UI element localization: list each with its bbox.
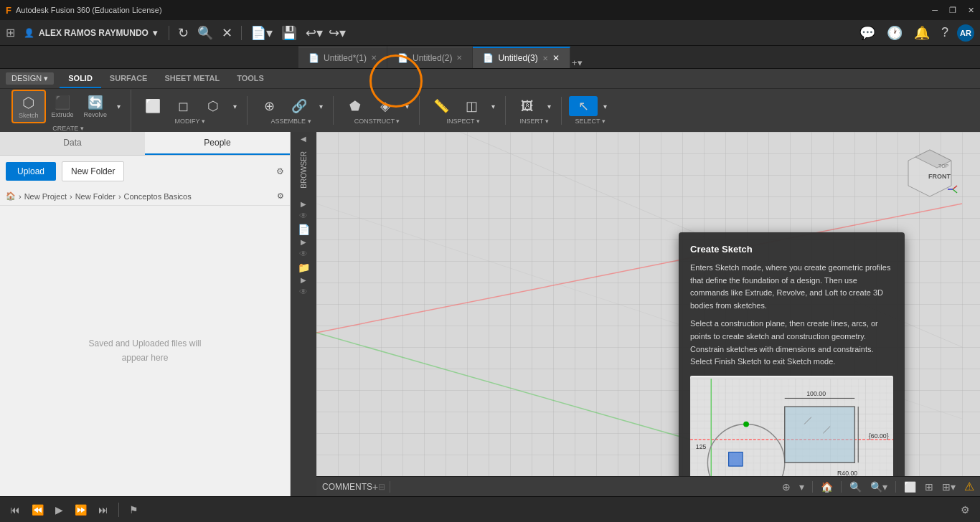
viewport[interactable]: Create Sketch Enters Sketch mode, where … <box>316 132 980 476</box>
breadcrumb-conceptos[interactable]: Conceptos Basicos <box>124 192 192 201</box>
history-button[interactable]: 🕐 <box>884 24 905 42</box>
browser-label[interactable]: BROWSER <box>300 146 308 194</box>
grid-button[interactable]: ⊞ <box>922 480 936 494</box>
home-view-button[interactable]: 🏠 <box>818 480 836 494</box>
timeline-play-button[interactable]: ▶ <box>51 503 67 517</box>
browser-tree-arrow-3[interactable]: ▶ <box>301 276 306 284</box>
new-tab-button[interactable]: + <box>572 57 578 68</box>
minimize-button[interactable]: ─ <box>932 6 938 14</box>
section-analysis-button[interactable]: ◫ <box>457 96 486 116</box>
more-construct-button[interactable]: ▾ <box>401 100 413 113</box>
browser-tree-arrow-2[interactable]: ▶ <box>301 238 306 246</box>
fillet-button[interactable]: ◻ <box>169 96 197 116</box>
file-menu-button[interactable]: 📄▾ <box>248 24 275 42</box>
tab-list-button[interactable]: ▾ <box>578 57 583 68</box>
create-sketch-button[interactable]: ⬡ Sketch <box>11 90 46 123</box>
warning-icon[interactable]: ⚠ <box>964 480 974 493</box>
home-icon[interactable]: 🏠 <box>6 191 16 201</box>
browser-eye-icon[interactable]: 👁 <box>299 211 308 221</box>
tab-close-icon[interactable]: ✕ <box>552 53 560 63</box>
tab-untitled3[interactable]: 📄 Untitled(3) ✕ ✕ <box>473 47 570 68</box>
redo-button[interactable]: ↪▾ <box>326 24 349 42</box>
tools-tab[interactable]: TOOLS <box>228 69 273 88</box>
left-panel-actions: Upload New Folder ⚙ <box>0 156 290 187</box>
environment-button[interactable]: ⊞▾ <box>939 480 958 494</box>
press-pull-button[interactable]: ⬜ <box>138 96 167 116</box>
new-component-button[interactable]: ⊕ <box>255 96 283 116</box>
tab-untitled2[interactable]: 📄 Untitled(2) ✕ <box>387 47 473 68</box>
more-insert-button[interactable]: ▾ <box>543 100 555 113</box>
timeline-rewind-button[interactable]: ⏮ <box>6 503 24 517</box>
more-select-button[interactable]: ▾ <box>599 100 611 113</box>
more-inspect-button[interactable]: ▾ <box>487 100 499 113</box>
viewcube[interactable]: FRONT TOP <box>901 146 958 204</box>
refresh-button[interactable]: ↻ <box>175 24 192 42</box>
data-tab[interactable]: Data <box>0 132 145 155</box>
browser-eye-icon-2[interactable]: 👁 <box>299 249 308 259</box>
more-assemble-button[interactable]: ▾ <box>315 100 327 113</box>
timeline-end-button[interactable]: ⏭ <box>94 503 113 517</box>
avatar[interactable]: AR <box>957 24 974 42</box>
save-button[interactable]: 💾 <box>278 24 300 42</box>
inspect-group-items: 📏 ◫ ▾ <box>427 96 499 116</box>
browser-collapse-icon[interactable]: ◀ <box>301 135 306 143</box>
new-folder-button[interactable]: New Folder <box>62 161 124 181</box>
design-menu-button[interactable]: DESIGN ▾ <box>6 72 54 85</box>
svg-line-27 <box>953 186 957 189</box>
browser-header-row: ◀ <box>291 132 316 146</box>
tab-close-1[interactable]: ✕ <box>371 54 377 62</box>
add-comment-button[interactable]: + <box>372 481 378 493</box>
timeline-next-button[interactable]: ⏩ <box>70 503 91 517</box>
tab-close-3[interactable]: ✕ <box>542 54 548 62</box>
close-button[interactable]: ✕ <box>968 6 974 15</box>
sheet-metal-tab[interactable]: SHEET METAL <box>156 69 228 88</box>
display-mode-button[interactable]: ⬜ <box>901 480 919 494</box>
create-group: ⬡ Sketch ⬛ Extrude 🔄 Revolve ▾ CREATE ▾ <box>6 90 131 132</box>
browser-doc-icon[interactable]: 📄 <box>298 224 310 235</box>
offset-plane-button[interactable]: ⬟ <box>341 96 369 116</box>
plane-angle-button[interactable]: ◈ <box>371 96 400 116</box>
surface-tab[interactable]: SURFACE <box>101 69 156 88</box>
insert-mesh-button[interactable]: 🖼 <box>513 97 542 116</box>
app-grid-icon[interactable]: ⊞ <box>6 26 15 39</box>
measure-button[interactable]: 📏 <box>427 96 456 116</box>
upload-button[interactable]: Upload <box>6 162 56 181</box>
search-button[interactable]: 🔍 <box>194 24 216 42</box>
revolve-button[interactable]: 🔄 Revolve <box>80 92 112 120</box>
people-tab[interactable]: People <box>145 132 290 155</box>
pan-button[interactable]: ⊕ <box>779 480 793 494</box>
settings-icon[interactable]: ⚙ <box>276 166 284 176</box>
svg-text:FRONT: FRONT <box>928 173 951 180</box>
timeline-filter-button[interactable]: ⚑ <box>125 503 143 517</box>
user-dropdown-icon[interactable]: ▾ <box>153 28 157 38</box>
more-create-button[interactable]: ▾ <box>113 100 125 113</box>
select-button[interactable]: ↖ <box>569 96 598 116</box>
restore-button[interactable]: ❐ <box>949 6 956 15</box>
inspect-group: 📏 ◫ ▾ INSPECT ▾ <box>421 96 506 125</box>
browser-folder-icon[interactable]: 📁 <box>298 262 310 273</box>
tab-untitled1[interactable]: 📄 Untitled*(1) ✕ <box>298 47 387 68</box>
help-button[interactable]: ? <box>938 24 951 42</box>
user-section[interactable]: 👤 ALEX RAMOS RAYMUNDO ▾ <box>18 28 163 38</box>
timeline-settings-button[interactable]: ⚙ <box>956 503 974 517</box>
shell-button[interactable]: ⬡ <box>199 96 227 116</box>
timeline-prev-button[interactable]: ⏪ <box>27 503 48 517</box>
breadcrumb-new-folder[interactable]: New Folder <box>75 192 116 201</box>
breadcrumb-new-project[interactable]: New Project <box>24 192 67 201</box>
notification-button[interactable]: 🔔 <box>911 24 933 42</box>
orbit-button[interactable]: ▾ <box>796 480 807 494</box>
extrude-button[interactable]: ⬛ Extrude <box>47 92 78 120</box>
browser-tree-arrow-1[interactable]: ▶ <box>301 200 306 208</box>
browser-eye-icon-3[interactable]: 👁 <box>299 287 308 297</box>
comment-button[interactable]: 💬 <box>857 24 878 42</box>
undo-button[interactable]: ↩▾ <box>303 24 326 42</box>
zoom-button[interactable]: 🔍 <box>847 480 864 494</box>
more-modify-button[interactable]: ▾ <box>229 100 241 113</box>
joint-button[interactable]: 🔗 <box>285 96 314 116</box>
tab-close-2[interactable]: ✕ <box>456 54 462 62</box>
expand-comment-icon[interactable]: ⊟ <box>378 482 385 492</box>
breadcrumb-settings-icon[interactable]: ⚙ <box>277 191 284 201</box>
zoom-extent-button[interactable]: 🔍▾ <box>867 480 890 494</box>
close-panel-button[interactable]: ✕ <box>219 24 235 42</box>
solid-tab[interactable]: SOLID <box>60 69 101 88</box>
